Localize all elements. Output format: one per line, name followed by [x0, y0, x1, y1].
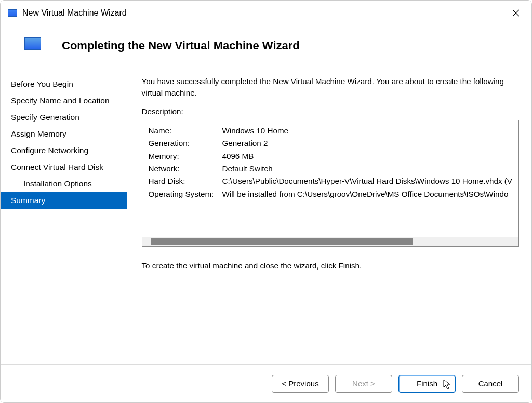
desc-val: Will be installed from C:\Users\groov\On… — [222, 188, 509, 200]
intro-text: You have successfully completed the New … — [142, 76, 519, 99]
desc-row-harddisk: Hard Disk: C:\Users\Public\Documents\Hyp… — [149, 175, 512, 187]
horizontal-scrollbar[interactable] — [142, 237, 518, 246]
desc-row-network: Network: Default Switch — [149, 163, 512, 175]
app-icon — [8, 9, 17, 17]
desc-key: Network: — [149, 163, 222, 175]
wizard-content: You have successfully completed the New … — [127, 66, 531, 347]
sidebar-item-assign-memory[interactable]: Assign Memory — [1, 126, 127, 142]
sidebar-item-specify-name-location[interactable]: Specify Name and Location — [1, 92, 127, 109]
wizard-header: Completing the New Virtual Machine Wizar… — [1, 23, 531, 66]
desc-val: 4096 MB — [222, 150, 254, 163]
desc-key: Operating System: — [149, 188, 222, 200]
wizard-header-icon — [24, 37, 41, 50]
sidebar-item-configure-networking[interactable]: Configure Networking — [1, 142, 127, 159]
desc-val: Windows 10 Home — [222, 125, 288, 137]
desc-key: Name: — [149, 125, 222, 137]
instruction-text: To create the virtual machine and close … — [142, 261, 519, 270]
description-label: Description: — [142, 107, 519, 116]
titlebar: New Virtual Machine Wizard — [1, 1, 531, 23]
sidebar-item-summary[interactable]: Summary — [1, 192, 127, 209]
desc-key: Memory: — [149, 150, 222, 163]
sidebar-item-before-you-begin[interactable]: Before You Begin — [1, 76, 127, 92]
desc-row-name: Name: Windows 10 Home — [149, 125, 512, 137]
wizard-body: Before You Begin Specify Name and Locati… — [1, 66, 531, 347]
scrollbar-thumb[interactable] — [151, 238, 414, 245]
desc-key: Hard Disk: — [149, 175, 222, 187]
description-box: Name: Windows 10 Home Generation: Genera… — [142, 120, 519, 247]
sidebar-item-connect-vhd[interactable]: Connect Virtual Hard Disk — [1, 159, 127, 176]
previous-button[interactable]: < Previous — [272, 375, 329, 393]
sidebar-item-specify-generation[interactable]: Specify Generation — [1, 109, 127, 126]
sidebar-item-installation-options[interactable]: Installation Options — [1, 176, 127, 192]
wizard-footer: < Previous Next > Finish Cancel — [1, 364, 531, 402]
close-icon — [512, 9, 520, 17]
close-button[interactable] — [510, 7, 522, 19]
next-button: Next > — [335, 375, 392, 393]
desc-key: Generation: — [149, 137, 222, 150]
desc-val: Default Switch — [222, 163, 273, 175]
desc-row-memory: Memory: 4096 MB — [149, 150, 512, 163]
page-title: Completing the New Virtual Machine Wizar… — [62, 39, 300, 52]
desc-row-generation: Generation: Generation 2 — [149, 137, 512, 150]
desc-val: C:\Users\Public\Documents\Hyper-V\Virtua… — [222, 175, 512, 187]
finish-button[interactable]: Finish — [398, 375, 456, 393]
description-content: Name: Windows 10 Home Generation: Genera… — [142, 120, 518, 237]
desc-val: Generation 2 — [222, 137, 268, 150]
cancel-button[interactable]: Cancel — [462, 375, 519, 393]
window-title: New Virtual Machine Wizard — [22, 8, 127, 18]
desc-row-os: Operating System: Will be installed from… — [149, 188, 512, 200]
wizard-steps-sidebar: Before You Begin Specify Name and Locati… — [1, 66, 127, 347]
